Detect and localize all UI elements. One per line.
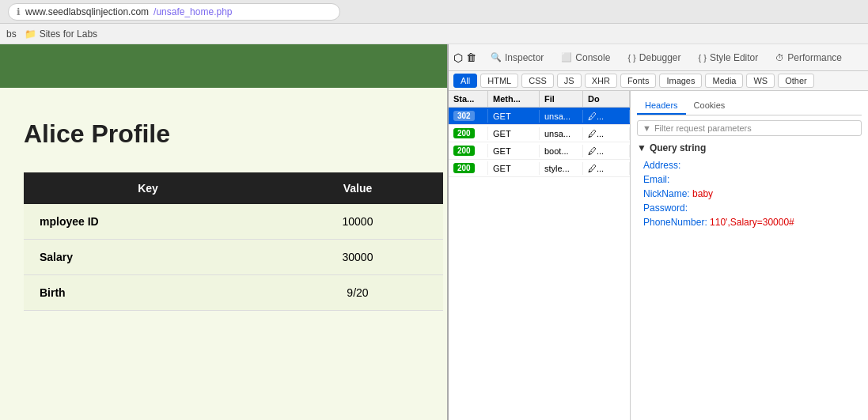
green-bar	[0, 44, 447, 88]
network-area: Sta... Meth... Fil Do 302 GET unsa... 🖊.…	[449, 91, 868, 420]
file-0: unsa...	[540, 110, 583, 123]
network-row-3[interactable]: 200 GET style... 🖊...	[449, 160, 630, 177]
devtools-panel: ⬡ 🗑 🔍 Inspector ⬜ Console { } Debugger {…	[447, 44, 868, 420]
filter-ws[interactable]: WS	[746, 74, 775, 88]
filter-js[interactable]: JS	[557, 74, 582, 88]
performance-icon: ⏱	[775, 53, 784, 62]
devtools-toolbar: ⬡ 🗑 🔍 Inspector ⬜ Console { } Debugger {…	[449, 44, 868, 71]
query-param-phonenumber: PhoneNumber: 110',Salary=30000#	[637, 217, 862, 228]
col-header-value: Value	[272, 172, 443, 204]
domain-3: 🖊...	[583, 162, 630, 175]
tab-console[interactable]: ⬜ Console	[553, 49, 618, 66]
page-title: Alice Profile	[24, 119, 423, 149]
col-header-file: Fil	[540, 91, 583, 107]
row-key-0: mployee ID	[24, 204, 272, 240]
file-2: boot...	[540, 145, 583, 157]
status-badge-3: 200	[449, 161, 488, 175]
method-1: GET	[488, 127, 540, 140]
debugger-icon: { }	[627, 53, 635, 62]
url-path: /unsafe_home.php	[154, 6, 232, 17]
tab-debugger-label: Debugger	[639, 52, 681, 63]
table-row: Birth 9/20	[24, 275, 443, 311]
bookmark-bs-label: bs	[6, 28, 17, 40]
tab-style-editor-label: Style Editor	[710, 52, 758, 63]
param-name-password: Password:	[643, 202, 688, 214]
filter-all[interactable]: All	[453, 74, 477, 88]
domain-0: 🖊...	[583, 110, 630, 123]
param-value-nickname: baby	[692, 188, 713, 199]
query-param-email: Email:	[637, 174, 862, 185]
tab-inspector-label: Inspector	[505, 52, 544, 63]
data-table: Key Value mployee ID 10000 Salary 30000 …	[24, 172, 443, 311]
network-filter-toolbar: All HTML CSS JS XHR Fonts Images Media W…	[449, 71, 868, 91]
bookmark-sites[interactable]: 📁 Sites for Labs	[25, 28, 97, 40]
row-key-1: Salary	[24, 240, 272, 275]
filter-params-label: Filter request parameters	[654, 123, 752, 133]
row-value-2: 9/20	[272, 275, 443, 311]
console-icon: ⬜	[561, 52, 572, 62]
network-row-2[interactable]: 200 GET boot... 🖊...	[449, 142, 630, 160]
file-3: style...	[540, 162, 583, 175]
file-1: unsa...	[540, 127, 583, 140]
browser-tab-bar: ℹ www.seedlabsqlinjection.com/unsafe_hom…	[0, 0, 868, 24]
status-badge-1: 200	[449, 127, 488, 140]
filter-arrow-icon: ▼	[642, 123, 651, 133]
filter-xhr[interactable]: XHR	[585, 74, 617, 88]
param-value-phonenumber: 110',Salary=30000#	[710, 217, 794, 228]
network-request-list: Sta... Meth... Fil Do 302 GET unsa... 🖊.…	[449, 91, 631, 420]
filter-images[interactable]: Images	[659, 74, 702, 88]
bookmarks-bar: bs 📁 Sites for Labs	[0, 24, 868, 44]
tab-console-label: Console	[575, 52, 610, 63]
query-param-nickname: NickName: baby	[637, 188, 862, 199]
detail-tab-cookies[interactable]: Cookies	[686, 97, 733, 115]
query-string-label: Query string	[650, 142, 706, 153]
row-value-0: 10000	[272, 204, 443, 240]
style-editor-icon: { }	[699, 53, 707, 62]
detail-tab-headers[interactable]: Headers	[637, 97, 686, 115]
network-row-1[interactable]: 200 GET unsa... 🖊...	[449, 125, 630, 142]
status-badge-0: 302	[449, 109, 488, 123]
network-list-header: Sta... Meth... Fil Do	[449, 91, 630, 108]
filter-html[interactable]: HTML	[480, 74, 518, 88]
method-0: GET	[488, 110, 540, 123]
devtools-left-icons: ⬡ 🗑	[453, 51, 476, 64]
filter-css[interactable]: CSS	[521, 74, 554, 88]
domain-1: 🖊...	[583, 127, 630, 140]
tab-debugger[interactable]: { } Debugger	[620, 49, 688, 66]
website-content: Alice Profile Key Value mployee ID 10000…	[0, 44, 447, 420]
status-badge-2: 200	[449, 144, 488, 157]
method-2: GET	[488, 145, 540, 157]
domain-2: 🖊...	[583, 145, 630, 157]
filter-media[interactable]: Media	[705, 74, 743, 88]
param-name-address: Address:	[643, 160, 680, 171]
query-triangle-icon: ▼	[637, 142, 646, 153]
filter-params[interactable]: ▼ Filter request parameters	[637, 120, 862, 136]
devtools-trash-icon[interactable]: 🗑	[466, 51, 476, 63]
filter-fonts[interactable]: Fonts	[620, 74, 657, 88]
col-header-method: Meth...	[488, 91, 540, 107]
row-key-2: Birth	[24, 275, 272, 311]
bookmark-sites-label: Sites for Labs	[40, 28, 97, 40]
detail-panel-tabs: Headers Cookies	[637, 97, 862, 115]
param-name-email: Email:	[643, 174, 669, 185]
main-area: Alice Profile Key Value mployee ID 10000…	[0, 44, 868, 420]
query-string-title: ▼ Query string	[637, 142, 862, 153]
tab-inspector[interactable]: 🔍 Inspector	[483, 49, 552, 66]
filter-other[interactable]: Other	[778, 74, 814, 88]
network-row-0[interactable]: 302 GET unsa... 🖊...	[449, 108, 630, 125]
detail-panel: Headers Cookies ▼ Filter request paramet…	[631, 91, 868, 420]
table-row: mployee ID 10000	[24, 204, 443, 240]
tab-style-editor[interactable]: { } Style Editor	[691, 49, 767, 66]
bookmark-bs[interactable]: bs	[6, 28, 17, 40]
table-row: Salary 30000	[24, 240, 443, 275]
param-name-nickname: NickName:	[643, 188, 690, 199]
row-value-1: 30000	[272, 240, 443, 275]
query-param-password: Password:	[637, 202, 862, 214]
devtools-inspect-icon[interactable]: ⬡	[453, 51, 463, 64]
url-base: www.seedlabsqlinjection.com	[25, 6, 149, 17]
method-3: GET	[488, 162, 540, 175]
address-bar[interactable]: ℹ www.seedlabsqlinjection.com/unsafe_hom…	[8, 3, 340, 21]
bookmark-folder-icon: 📁	[25, 28, 36, 40]
tab-performance-label: Performance	[787, 52, 842, 63]
tab-performance[interactable]: ⏱ Performance	[768, 49, 850, 66]
